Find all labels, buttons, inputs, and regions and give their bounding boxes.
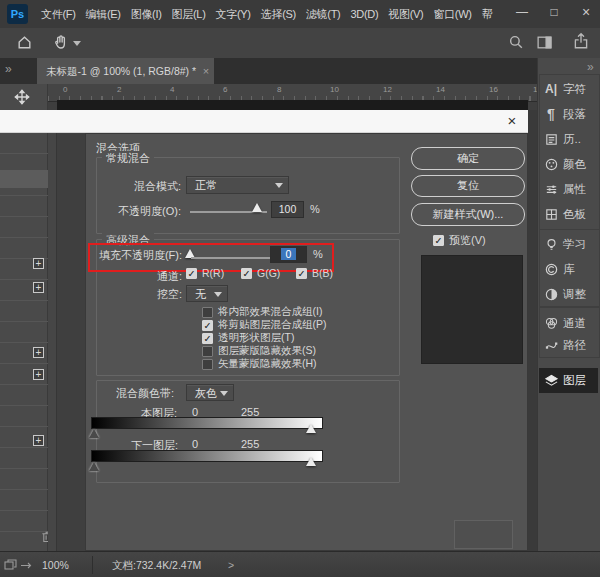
menu-filter[interactable]: 滤镜(T)	[301, 7, 346, 22]
blend-interior-option[interactable]: 将内部效果混合成组(I)	[202, 305, 322, 319]
minimize-button[interactable]: —	[512, 0, 532, 26]
menu-bar: Ps 文件(F) 编辑(E) 图像(I) 图层(L) 文字(Y) 选择(S) 滤…	[0, 0, 600, 29]
underlying-layer-min: 0	[192, 438, 198, 450]
panel-item-paths[interactable]: 路径	[539, 334, 598, 356]
menu-file[interactable]: 文件(F)	[36, 7, 81, 22]
ruler-tick: 6	[223, 85, 227, 94]
knockout-select[interactable]: 无	[186, 285, 228, 302]
opacity-unit: %	[310, 203, 320, 215]
panel-item-label: 库	[563, 262, 575, 277]
checkbox-icon[interactable]	[202, 333, 213, 344]
menu-type[interactable]: 文字(Y)	[211, 7, 256, 22]
this-layer-gradient-bar[interactable]	[91, 417, 323, 429]
transparency-shapes-option[interactable]: 透明形状图层(T)	[202, 331, 294, 345]
panel-item-layers[interactable]: 图层	[539, 368, 598, 393]
panel-item-history[interactable]: 历..	[539, 128, 598, 150]
ok-button[interactable]: 确定	[411, 147, 525, 170]
menu-select[interactable]: 选择(S)	[256, 7, 301, 22]
checkbox-icon[interactable]	[202, 307, 213, 318]
preview-checkbox[interactable]: 预览(V)	[433, 233, 486, 248]
workspace-icon[interactable]	[536, 34, 553, 51]
panel-item-properties[interactable]: 属性	[539, 178, 598, 200]
vertical-ruler	[48, 133, 57, 551]
tool-plus-badge-icon[interactable]	[33, 435, 44, 446]
chevron-down-icon	[220, 391, 228, 396]
blend-if-select[interactable]: 灰色	[186, 384, 234, 401]
panel-item-character[interactable]: A| 字符	[539, 78, 598, 100]
menu-image[interactable]: 图像(I)	[126, 7, 167, 22]
menu-help[interactable]: 帮	[477, 7, 498, 22]
panel-item-paragraph[interactable]: ¶ 段落	[539, 103, 598, 125]
dialog-title-bar[interactable]: ×	[0, 110, 528, 133]
tool-slot-selected[interactable]	[0, 170, 48, 188]
tool-plus-badge-icon[interactable]	[33, 282, 44, 293]
underlying-layer-white-thumb[interactable]	[306, 457, 316, 466]
tool-plus-badge-icon[interactable]	[33, 347, 44, 358]
chevron-down-icon	[214, 292, 222, 297]
panel-item-swatches[interactable]: 色板	[539, 203, 598, 225]
document-tab[interactable]: 未标题-1 @ 100% (1, RGB/8#) *	[37, 58, 214, 84]
dialog-close-icon[interactable]: ×	[503, 112, 521, 130]
blend-mode-value: 正常	[195, 179, 217, 191]
reset-button[interactable]: 复位	[411, 175, 525, 197]
panel-item-label: 色板	[563, 207, 586, 222]
opacity-value-field[interactable]: 100	[271, 201, 304, 218]
this-layer-white-thumb[interactable]	[306, 424, 316, 433]
menu-edit[interactable]: 编辑(E)	[81, 7, 126, 22]
close-button[interactable]: ×	[576, 0, 596, 26]
status-zoom-level[interactable]: 100%	[42, 559, 69, 571]
status-expand-icon[interactable]: >	[228, 559, 234, 571]
hand-tool-dropdown-icon[interactable]	[73, 41, 81, 46]
search-icon[interactable]	[508, 34, 525, 51]
home-icon[interactable]	[16, 34, 33, 51]
panel-item-channels[interactable]: 通道	[539, 312, 598, 334]
tab-overflow-icon[interactable]: »	[5, 62, 12, 76]
tool-plus-badge-icon[interactable]	[33, 369, 44, 380]
underlying-layer-black-thumb[interactable]	[89, 462, 99, 471]
tool-plus-badge-icon[interactable]	[33, 258, 44, 269]
underlying-layer-gradient-bar[interactable]	[91, 450, 323, 462]
panel-item-learn[interactable]: 学习	[539, 233, 598, 255]
checkbox-icon[interactable]	[202, 346, 213, 357]
blend-clipped-option[interactable]: 将剪贴图层混合成组(P)	[202, 318, 327, 332]
panel-item-color[interactable]: 颜色	[539, 153, 598, 175]
vector-mask-hides-option[interactable]: 矢量蒙版隐藏效果(H)	[202, 357, 317, 371]
opacity-slider-thumb[interactable]	[252, 203, 262, 212]
panel-item-libraries[interactable]: 库	[539, 258, 598, 280]
checkbox-icon[interactable]	[202, 320, 213, 331]
this-layer-black-thumb[interactable]	[89, 429, 99, 438]
checkbox-icon[interactable]	[241, 268, 252, 279]
channel-g-label: G(G)	[257, 267, 280, 279]
color-icon	[543, 156, 559, 172]
share-export-icon[interactable]	[572, 32, 590, 50]
menu-view[interactable]: 视图(V)	[383, 7, 428, 22]
tool-slots[interactable]	[0, 133, 48, 551]
maximize-button[interactable]: □	[544, 0, 564, 26]
panel-item-adjustments[interactable]: 调整	[539, 283, 598, 305]
general-blending-legend: 常规混合	[102, 151, 154, 166]
menu-3d[interactable]: 3D(D)	[345, 8, 383, 20]
status-bar: 100% 文档:732.4K/2.47M >	[0, 551, 600, 577]
channel-b-checkbox[interactable]: B(B)	[296, 267, 333, 279]
photoshop-window: Ps 文件(F) 编辑(E) 图像(I) 图层(L) 文字(Y) 选择(S) 滤…	[0, 0, 600, 577]
ruler-tick: 4	[170, 85, 174, 94]
blend-mode-select[interactable]: 正常	[186, 176, 289, 194]
checkbox-icon[interactable]	[202, 359, 213, 370]
photoshop-logo-icon: Ps	[7, 4, 28, 24]
checkbox-icon[interactable]	[186, 268, 197, 279]
panel-item-label: 通道	[563, 316, 586, 331]
menu-window[interactable]: 窗口(W)	[428, 7, 476, 22]
canvas-image-edge	[57, 100, 528, 110]
move-tool-icon[interactable]	[12, 88, 32, 106]
tab-close-icon[interactable]: ×	[198, 58, 214, 84]
channel-r-checkbox[interactable]: R(R)	[186, 267, 224, 279]
menu-layer[interactable]: 图层(L)	[167, 7, 211, 22]
checkbox-icon[interactable]	[296, 268, 307, 279]
hand-tool-icon[interactable]	[52, 33, 70, 51]
panel-collapse-icon[interactable]: »	[587, 60, 594, 74]
checkbox-icon[interactable]	[433, 235, 444, 246]
ruler-tick: 8	[277, 85, 281, 94]
channel-g-checkbox[interactable]: G(G)	[241, 267, 280, 279]
layer-mask-hides-option[interactable]: 图层蒙版隐藏效果(S)	[202, 344, 316, 358]
new-style-button[interactable]: 新建样式(W)...	[411, 203, 525, 226]
